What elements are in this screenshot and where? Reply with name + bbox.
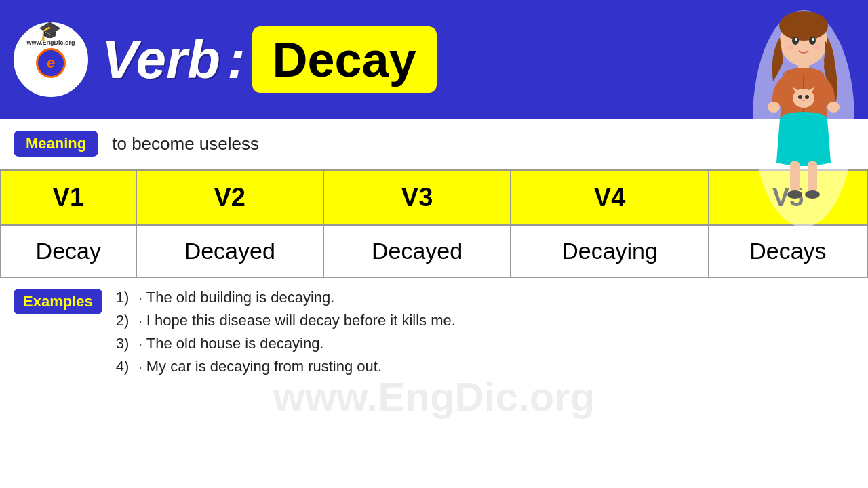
example-2: 2) · I hope this disease will decay befo… [116, 312, 456, 329]
svg-point-3 [792, 37, 799, 45]
svg-point-6 [812, 38, 814, 41]
ex-text-4: My car is decaying from rusting out. [146, 358, 382, 375]
title-area: Verb : Decay [102, 26, 854, 93]
example-1: 1) · The old building is decaying. [116, 289, 456, 306]
ex-num-4: 4) [116, 358, 135, 375]
svg-point-15 [827, 102, 840, 113]
graduation-cap-icon: 🎓 [38, 20, 62, 42]
svg-point-11 [798, 95, 802, 99]
val-v3: Decayed [323, 225, 511, 277]
col-v2: V2 [136, 170, 323, 225]
svg-point-12 [805, 95, 809, 99]
example-4: 4) · My car is decaying from rusting out… [116, 358, 456, 375]
ex-num-2: 2) [116, 312, 135, 329]
colon: : [227, 28, 245, 91]
val-v5: Decays [709, 225, 867, 277]
word-badge: Decay [252, 26, 437, 93]
svg-point-14 [768, 102, 780, 113]
col-v4: V4 [511, 170, 709, 225]
table-header-row: V1 V2 V3 V4 V5 [1, 170, 867, 225]
val-v1: Decay [1, 225, 136, 277]
verb-label: Verb [102, 28, 220, 91]
ex-text-3: The old house is decaying. [146, 335, 324, 352]
examples-section: Examples 1) · The old building is decayi… [0, 278, 868, 392]
meaning-badge: Meaning [14, 131, 98, 157]
svg-rect-17 [808, 161, 817, 192]
girl-illustration [749, 0, 858, 230]
meaning-row: Meaning to become useless [0, 119, 868, 169]
svg-rect-16 [790, 161, 800, 192]
svg-point-4 [809, 37, 816, 45]
val-v4: Decaying [511, 225, 709, 277]
svg-point-13 [802, 100, 805, 102]
svg-point-2 [779, 11, 828, 41]
ex-num-3: 3) [116, 335, 135, 352]
val-v2: Decayed [136, 225, 323, 277]
table-data-row: Decay Decayed Decayed Decaying Decays [1, 225, 867, 277]
logo-e-letter: e [47, 54, 55, 72]
svg-point-5 [795, 38, 797, 41]
logo-e-circle: e [36, 48, 66, 78]
svg-point-7 [786, 45, 794, 50]
example-3: 3) · The old house is decaying. [116, 335, 456, 352]
col-v3: V3 [323, 170, 511, 225]
examples-badge: Examples [14, 289, 102, 314]
ex-text-2: I hope this disease will decay before it… [146, 312, 456, 329]
svg-point-8 [813, 45, 821, 50]
ex-text-1: The old building is decaying. [146, 289, 335, 306]
content-area: Meaning to become useless V1 V2 V3 V4 V5… [0, 119, 868, 392]
svg-point-18 [787, 190, 802, 199]
ex-num-1: 1) [116, 289, 135, 306]
header-section: www.EngDic.org e 🎓 Verb : Decay [0, 0, 868, 119]
examples-list: 1) · The old building is decaying. 2) · … [116, 289, 456, 381]
verb-forms-table: V1 V2 V3 V4 V5 Decay Decayed Decayed Dec… [0, 169, 868, 278]
main-word: Decay [273, 32, 416, 87]
col-v1: V1 [1, 170, 136, 225]
svg-point-19 [805, 190, 820, 199]
logo: www.EngDic.org e 🎓 [14, 22, 88, 97]
meaning-text: to become useless [112, 134, 259, 155]
